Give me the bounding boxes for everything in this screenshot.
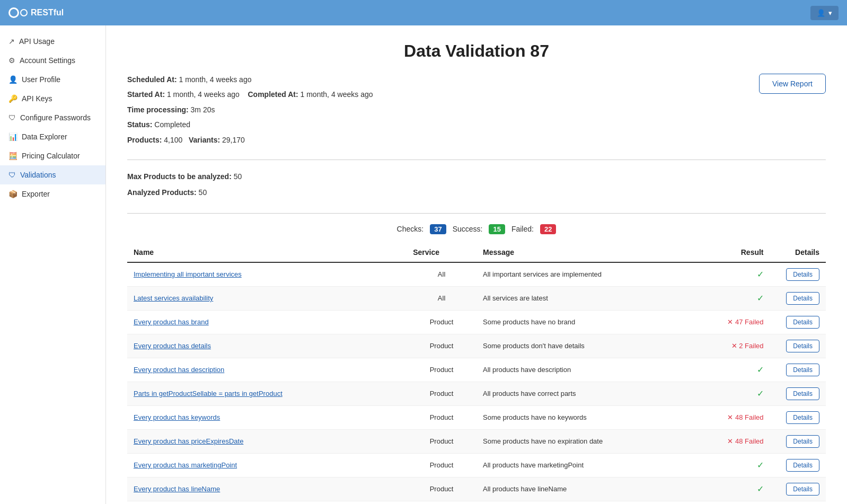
pricing-calculator-icon: 🧮 [8, 152, 17, 160]
products-row: Products: 4,100 Variants: 29,170 [127, 134, 373, 146]
account-settings-icon: ⚙ [8, 56, 15, 65]
sidebar-item-user-profile[interactable]: 👤 User Profile [0, 70, 105, 89]
meta-section: Scheduled At: 1 month, 4 weeks ago Start… [127, 74, 826, 160]
details-button[interactable]: Details [786, 364, 819, 376]
logo: RESTful [8, 7, 64, 18]
status-row: Status: Completed [127, 119, 373, 130]
analysis-section: Max Products to be analyzed: 50 Analyzed… [127, 171, 826, 214]
row-name-link[interactable]: Every product has marketingPoint [134, 461, 237, 469]
products-value: 4,100 [164, 136, 182, 144]
row-name-link[interactable]: Every product has details [134, 342, 211, 350]
row-result: ✕ 48 Failed [700, 429, 770, 453]
table-row: Implementing all important servicesAllAl… [127, 262, 826, 287]
failed-badge: 22 [540, 224, 556, 234]
details-button[interactable]: Details [786, 483, 819, 496]
scheduled-at: Scheduled At: 1 month, 4 weeks ago [127, 74, 373, 85]
sidebar-item-exporter[interactable]: 📦 Exporter [0, 184, 105, 204]
row-service: Product [407, 453, 477, 477]
user-dropdown-icon: ▾ [828, 9, 832, 17]
sidebar-label-validations: Validations [20, 171, 56, 179]
col-header-name: Name [127, 243, 407, 262]
sidebar-item-validations[interactable]: 🛡 Validations [0, 165, 105, 184]
row-service: All [407, 262, 477, 287]
row-result: ✕ 2 Failed [700, 334, 770, 358]
row-message: All services are latest [477, 286, 700, 310]
row-name-link[interactable]: Latest services availability [134, 294, 213, 302]
row-message: All important services are implemented [477, 262, 700, 287]
topbar: RESTful 👤 ▾ [0, 0, 847, 25]
details-button[interactable]: Details [786, 411, 819, 424]
row-message: Some products have no brand [477, 310, 700, 334]
row-name-link[interactable]: Every product has keywords [134, 413, 220, 421]
details-button[interactable]: Details [786, 316, 819, 329]
row-name-link[interactable]: Every product has brand [134, 318, 209, 326]
table-row: Every product has brandProductSome produ… [127, 310, 826, 334]
configure-passwords-icon: 🛡 [8, 113, 16, 122]
checks-bar: Checks: 37 Success: 15 Failed: 22 [127, 224, 826, 234]
sidebar-item-configure-passwords[interactable]: 🛡 Configure Passwords [0, 108, 105, 127]
view-report-container: View Report [759, 74, 826, 94]
sidebar-item-api-keys[interactable]: 🔑 API Keys [0, 89, 105, 108]
details-button[interactable]: Details [786, 340, 819, 352]
checks-label: Checks: [397, 225, 424, 233]
row-name-link[interactable]: Every product has lineName [134, 485, 220, 493]
time-processing-label: Time processing: [127, 105, 189, 114]
row-result: ✓ [700, 477, 770, 501]
table-row: Every product has keywordsProductSome pr… [127, 405, 826, 429]
page-title: Data Validation 87 [127, 41, 826, 61]
row-message: All products have description [477, 358, 700, 382]
sidebar-item-data-explorer[interactable]: 📊 Data Explorer [0, 127, 105, 146]
failed-label: Failed: [511, 225, 534, 233]
table-header-row: Name Service Message Result Details [127, 243, 826, 262]
analyzed-products-label: Analyzed Products: [127, 188, 197, 197]
sidebar-item-account-settings[interactable]: ⚙ Account Settings [0, 51, 105, 70]
row-service: Product [407, 358, 477, 382]
view-report-button[interactable]: View Report [759, 74, 826, 94]
row-service: Product [407, 501, 477, 504]
table-row: Every product has marketingPointProductA… [127, 453, 826, 477]
api-keys-icon: 🔑 [8, 94, 17, 103]
row-name-link[interactable]: Implementing all important services [134, 270, 242, 278]
row-name-link[interactable]: Every product has description [134, 366, 224, 374]
validation-table: Name Service Message Result Details Impl… [127, 243, 826, 504]
user-button[interactable]: 👤 ▾ [810, 6, 839, 20]
sidebar-label-exporter: Exporter [22, 190, 50, 198]
table-row: Parts in getProductSellable = parts in g… [127, 382, 826, 405]
row-service: Product [407, 310, 477, 334]
row-result: ✕ 47 Failed [700, 310, 770, 334]
details-button[interactable]: Details [786, 435, 819, 448]
sidebar-label-account-settings: Account Settings [20, 56, 75, 65]
row-message: Some products have no imprintSize [477, 501, 700, 504]
details-button[interactable]: Details [786, 387, 819, 400]
row-name-link[interactable]: Every product has priceExpiresDate [134, 437, 243, 445]
row-message: Some products have no keywords [477, 405, 700, 429]
details-button[interactable]: Details [786, 268, 819, 281]
row-result: ✕ 48 Failed [700, 405, 770, 429]
max-products-row: Max Products to be analyzed: 50 [127, 171, 826, 183]
max-products-label: Max Products to be analyzed: [127, 172, 232, 181]
row-name-link[interactable]: Parts in getProductSellable = parts in g… [134, 390, 283, 397]
table-row: Every product has lineNameProductAll pro… [127, 477, 826, 501]
scheduled-at-value: 1 month, 4 weeks ago [179, 75, 252, 84]
col-header-details: Details [770, 243, 826, 262]
success-badge: 15 [489, 224, 505, 234]
time-processing: Time processing: 3m 20s [127, 104, 373, 116]
table-row: Every product has detailsProductSome pro… [127, 334, 826, 358]
col-header-result: Result [700, 243, 770, 262]
row-result: ✕ 2 Failed [700, 501, 770, 504]
row-message: All products have correct parts [477, 382, 700, 405]
checks-badge: 37 [430, 224, 446, 234]
user-profile-icon: 👤 [8, 75, 17, 84]
started-at-value: 1 month, 4 weeks ago [167, 90, 240, 99]
exporter-icon: 📦 [8, 190, 17, 198]
row-service: Product [407, 382, 477, 405]
sidebar-item-pricing-calculator[interactable]: 🧮 Pricing Calculator [0, 146, 105, 165]
row-service: Product [407, 429, 477, 453]
details-button[interactable]: Details [786, 459, 819, 472]
details-button[interactable]: Details [786, 292, 819, 305]
products-label: Products: [127, 136, 162, 144]
sidebar-item-api-usage[interactable]: ↗ API Usage [0, 32, 105, 51]
row-service: Product [407, 334, 477, 358]
row-message: All products have marketingPoint [477, 453, 700, 477]
max-products-value: 50 [234, 172, 242, 181]
